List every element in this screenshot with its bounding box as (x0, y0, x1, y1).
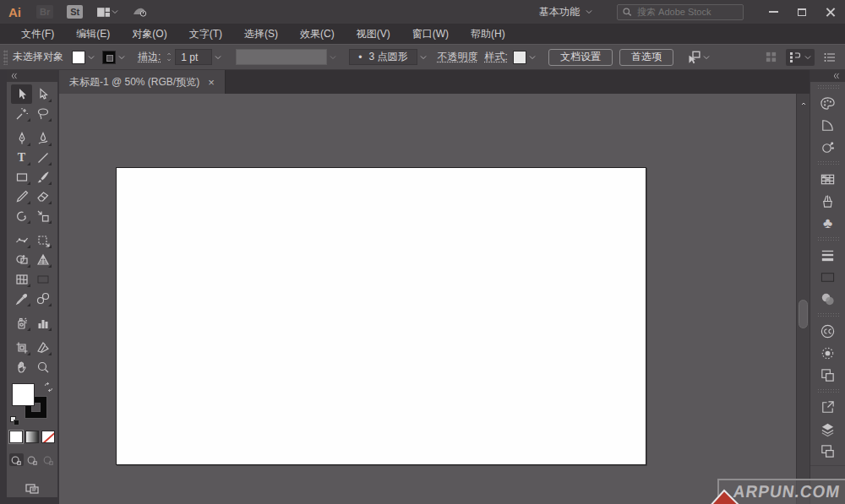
tool-pen[interactable] (11, 128, 32, 148)
document-tab[interactable]: 未标题-1 @ 50% (RGB/预览) × (59, 70, 226, 94)
cc-libraries-panel-button[interactable] (814, 320, 842, 342)
isolate-selection-icon[interactable] (685, 50, 701, 65)
share-button[interactable] (131, 3, 148, 20)
tool-artboard[interactable] (11, 338, 32, 357)
arrange-documents-button[interactable] (96, 5, 119, 19)
tool-magic-wand[interactable] (11, 104, 32, 123)
tab-close-icon[interactable]: × (208, 76, 215, 89)
artboards-panel-button[interactable] (814, 440, 842, 462)
chevron-down-icon[interactable] (214, 53, 222, 62)
swap-fill-stroke-icon[interactable] (43, 382, 54, 393)
layers-panel-button[interactable] (814, 418, 842, 440)
artboard[interactable] (116, 167, 646, 465)
tool-symbol-sprayer[interactable] (11, 313, 32, 333)
opacity-panel-link[interactable]: 不透明度 (438, 50, 478, 64)
brushes-panel-button[interactable] (814, 190, 842, 212)
canvas[interactable] (59, 94, 796, 504)
draw-normal-button[interactable] (9, 453, 24, 466)
panel-group-grip[interactable] (817, 388, 839, 393)
tool-free-transform[interactable] (32, 230, 53, 250)
tool-shape-builder[interactable] (11, 250, 32, 269)
asset-export-panel-button[interactable] (814, 396, 842, 418)
gradient-button[interactable] (25, 431, 39, 443)
color-guide-panel-button[interactable] (814, 114, 842, 136)
chevron-down-icon[interactable] (702, 53, 711, 62)
brush-definition-dropdown[interactable]: • 3 点圆形 (349, 49, 417, 65)
close-button[interactable] (816, 0, 845, 24)
menu-type[interactable]: 文字(T) (178, 24, 233, 45)
symbols-panel-button[interactable]: ♣ (814, 212, 842, 234)
stock-search-box[interactable] (617, 4, 744, 20)
scroll-up-icon[interactable] (799, 100, 808, 107)
tool-width[interactable] (11, 230, 32, 250)
image-trace-panel-button[interactable] (814, 342, 842, 364)
tool-gradient[interactable] (32, 269, 53, 289)
right-dock-header[interactable] (810, 70, 845, 82)
preferences-button[interactable]: 首选项 (619, 49, 673, 66)
tool-rotate[interactable] (11, 206, 32, 225)
tool-selection[interactable] (11, 84, 32, 104)
tool-eraser[interactable] (32, 187, 53, 206)
panel-menu-icon[interactable] (823, 51, 837, 64)
swatches-panel-button[interactable] (814, 168, 842, 190)
panel-group-grip[interactable] (817, 84, 839, 89)
tool-perspective-grid[interactable] (32, 250, 53, 269)
panel-group-grip[interactable] (817, 312, 839, 317)
style-panel-link[interactable]: 样式: (485, 50, 508, 64)
none-button[interactable] (41, 431, 55, 443)
panel-group-grip[interactable] (817, 160, 839, 165)
search-input[interactable] (637, 7, 739, 17)
menu-file[interactable]: 文件(F) (10, 24, 65, 45)
scrollbar-thumb[interactable] (799, 300, 808, 328)
style-swatch[interactable] (513, 51, 526, 64)
pathfinder-panel-button[interactable] (814, 364, 842, 386)
draw-inside-button[interactable] (41, 453, 56, 466)
menu-window[interactable]: 窗口(W) (401, 24, 460, 45)
tool-lasso[interactable] (32, 104, 53, 123)
tool-hand[interactable] (11, 357, 32, 377)
gradient-panel-button[interactable] (814, 266, 842, 288)
stock-button[interactable]: St (67, 5, 83, 19)
stroke-panel-button[interactable] (814, 244, 842, 266)
menu-edit[interactable]: 编辑(E) (65, 24, 121, 45)
screen-mode-button[interactable] (23, 480, 41, 496)
stroke-weight-input[interactable]: 1 pt (175, 49, 212, 65)
tools-panel-header[interactable] (7, 70, 57, 82)
bridge-button[interactable]: Br (36, 5, 53, 19)
tool-column-graph[interactable] (32, 313, 53, 333)
tool-pencil[interactable] (11, 187, 32, 206)
recolor-artwork-button[interactable] (814, 136, 842, 158)
menu-select[interactable]: 选择(S) (233, 24, 289, 45)
maximize-button[interactable] (788, 0, 816, 24)
fill-color-swatch[interactable] (72, 51, 85, 64)
chevron-down-icon[interactable] (87, 53, 95, 62)
stroke-panel-link[interactable]: 描边: (138, 50, 161, 64)
stroke-color-swatch[interactable] (102, 51, 116, 64)
stroke-weight-stepper[interactable] (166, 51, 172, 62)
tool-line-segment[interactable] (32, 148, 53, 167)
dock-control-button[interactable] (786, 49, 815, 66)
fill-indicator[interactable] (12, 383, 35, 406)
tool-paintbrush[interactable] (32, 167, 53, 187)
menu-view[interactable]: 视图(V) (346, 24, 401, 45)
transparency-panel-button[interactable] (814, 288, 842, 310)
default-fill-stroke-icon[interactable] (10, 416, 19, 425)
chevron-down-icon[interactable] (419, 53, 428, 62)
tool-direct-selection[interactable] (32, 84, 53, 104)
tool-curvature[interactable] (32, 128, 53, 148)
chevron-down-icon[interactable] (117, 53, 126, 62)
color-button[interactable] (9, 431, 23, 443)
menu-effect[interactable]: 效果(C) (289, 24, 346, 45)
tool-eyedropper[interactable] (11, 289, 32, 308)
vertical-scrollbar[interactable] (796, 94, 810, 504)
draw-behind-button[interactable] (25, 453, 40, 466)
color-panel-button[interactable] (814, 92, 842, 114)
tool-slice[interactable] (32, 338, 53, 357)
panel-group-grip[interactable] (817, 236, 839, 241)
menu-object[interactable]: 对象(O) (121, 24, 177, 45)
minimize-button[interactable] (759, 0, 788, 24)
tool-blend[interactable] (32, 289, 53, 308)
document-setup-button[interactable]: 文档设置 (548, 49, 613, 66)
menu-help[interactable]: 帮助(H) (460, 24, 516, 45)
tool-mesh[interactable] (11, 269, 32, 289)
